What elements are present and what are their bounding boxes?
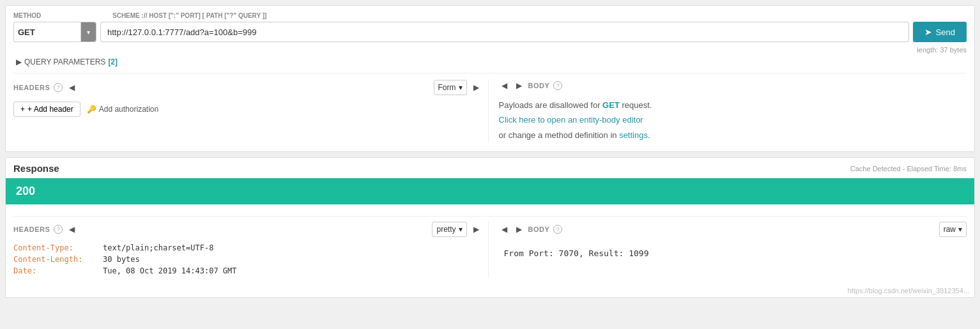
header-val-2: Tue, 08 Oct 2019 14:43:07 GMT	[103, 266, 237, 275]
body-msg-line3-post: .	[648, 130, 650, 140]
body-nav-right[interactable]: ▶	[514, 80, 524, 91]
scheme-label: SCHEME :// HOST [":" PORT] [ PATH ["?" Q…	[112, 12, 266, 19]
body-msg-get: GET	[602, 100, 620, 110]
request-headers-panel: HEADERS ? ◀ Form ▾ ▶ + + Add header 🔑	[13, 80, 489, 142]
headers-nav-arrows: ◀	[66, 82, 77, 93]
headers-nav-left[interactable]: ◀	[66, 82, 77, 93]
query-params-toggle[interactable]: ▶ QUERY PARAMETERS [2]	[16, 57, 118, 66]
method-label: METHOD	[13, 12, 112, 19]
status-bar: 200	[6, 178, 974, 204]
plus-icon: +	[20, 105, 25, 114]
response-panel: Response Cache Detected - Elapsed Time: …	[5, 157, 975, 298]
status-code: 200	[16, 185, 35, 197]
chevron-down-icon: ▾	[87, 29, 90, 36]
table-row: Content-Length: 30 bytes	[13, 255, 482, 264]
response-body-panel: ◀ ▶ BODY ? raw ▾ From Port: 7070, Result…	[489, 222, 967, 278]
settings-link[interactable]: settings	[619, 130, 648, 140]
pretty-chevron-icon: ▾	[459, 225, 463, 234]
url-row: GET POST PUT DELETE ▾ ➤ Send	[13, 22, 967, 42]
body-msg-pre: Payloads are disallowed for	[499, 100, 603, 110]
response-content: HEADERS ? ◀ pretty ▾ ▶ Content-Type: tex…	[6, 204, 974, 284]
add-header-button[interactable]: + + Add header	[13, 102, 80, 117]
add-header-label: + Add header	[27, 105, 73, 114]
query-params-row: ▶ QUERY PARAMETERS [2]	[16, 57, 967, 66]
headers-info-icon[interactable]: ?	[54, 83, 63, 92]
resp-body-title: BODY	[528, 226, 550, 233]
add-auth-button[interactable]: 🔑 Add authorization	[87, 105, 158, 114]
body-msg-post: request.	[620, 100, 652, 110]
send-button[interactable]: ➤ Send	[913, 22, 967, 42]
form-chevron-icon: ▾	[459, 83, 463, 92]
resp-headers-nav-left[interactable]: ◀	[66, 224, 77, 235]
pretty-label: pretty	[436, 225, 456, 234]
body-msg-line3-pre: or change a method definition in	[499, 130, 620, 140]
headers-section-header: HEADERS ? ◀ Form ▾ ▶	[13, 80, 482, 95]
resp-body-info-icon[interactable]: ?	[553, 225, 562, 234]
method-select[interactable]: GET POST PUT DELETE	[14, 22, 80, 42]
elapsed-text: Cache Detected - Elapsed Time: 8ms	[850, 165, 967, 172]
resp-headers-nav-right[interactable]: ▶	[471, 224, 482, 235]
response-two-panel: HEADERS ? ◀ pretty ▾ ▶ Content-Type: tex…	[13, 216, 967, 278]
headers-title: HEADERS	[13, 84, 50, 91]
label-row: METHOD SCHEME :// HOST [":" PORT] [ PATH…	[13, 12, 967, 19]
table-row: Date: Tue, 08 Oct 2019 14:43:07 GMT	[13, 266, 482, 275]
header-key-0: Content-Type:	[13, 243, 96, 252]
table-row: Content-Type: text/plain;charset=UTF-8	[13, 243, 482, 252]
resp-headers-title: HEADERS	[13, 226, 50, 233]
raw-dropdown[interactable]: raw ▾	[939, 222, 967, 237]
body-message: Payloads are disallowed for GET request.…	[499, 98, 967, 142]
resp-body-nav-left[interactable]: ◀	[499, 224, 510, 235]
request-panel: METHOD SCHEME :// HOST [":" PORT] [ PATH…	[5, 5, 975, 152]
response-header: Response Cache Detected - Elapsed Time: …	[6, 158, 974, 178]
headers-nav-right[interactable]: ▶	[471, 82, 482, 93]
resp-headers-nav-arrows: ◀	[66, 224, 77, 235]
length-info: length: 37 bytes	[13, 46, 967, 54]
header-key-2: Date:	[13, 266, 96, 275]
url-input[interactable]	[100, 22, 909, 42]
method-dropdown[interactable]: GET POST PUT DELETE ▾	[13, 22, 96, 42]
key-icon: 🔑	[87, 105, 96, 114]
body-editor-link[interactable]: Click here to open an entity-body editor	[499, 115, 643, 125]
resp-body-nav-right[interactable]: ▶	[514, 224, 524, 235]
response-body-content: From Port: 7070, Result: 1099	[499, 243, 967, 263]
header-val-1: 30 bytes	[103, 255, 140, 264]
request-two-panel: HEADERS ? ◀ Form ▾ ▶ + + Add header 🔑	[13, 73, 967, 142]
pretty-dropdown[interactable]: pretty ▾	[432, 222, 466, 237]
send-icon: ➤	[924, 27, 932, 37]
method-arrow-btn[interactable]: ▾	[80, 22, 96, 42]
response-title: Response	[13, 163, 59, 174]
headers-actions: + + Add header 🔑 Add authorization	[13, 102, 482, 117]
query-params-count: [2]	[108, 57, 118, 66]
resp-headers-info-icon[interactable]: ?	[54, 225, 63, 234]
form-label: Form	[438, 83, 456, 92]
resp-body-section-header: ◀ ▶ BODY ? raw ▾	[499, 222, 967, 237]
body-info-icon[interactable]: ?	[553, 81, 562, 90]
response-headers-table: Content-Type: text/plain;charset=UTF-8 C…	[13, 243, 482, 275]
body-section-header: ◀ ▶ BODY ?	[499, 80, 967, 91]
header-val-0: text/plain;charset=UTF-8	[103, 243, 213, 252]
form-dropdown[interactable]: Form ▾	[434, 80, 467, 95]
raw-chevron-icon: ▾	[958, 225, 962, 234]
response-headers-panel: HEADERS ? ◀ pretty ▾ ▶ Content-Type: tex…	[13, 222, 489, 278]
send-label: Send	[936, 27, 955, 37]
add-auth-label: Add authorization	[99, 105, 158, 114]
raw-label: raw	[944, 225, 956, 234]
arrow-right-icon: ▶	[16, 57, 22, 66]
request-body-panel: ◀ ▶ BODY ? Payloads are disallowed for G…	[489, 80, 967, 142]
body-nav-left[interactable]: ◀	[499, 80, 510, 91]
header-key-1: Content-Length:	[13, 255, 96, 264]
watermark: https://blog.csdn.net/weixin_3912354...	[6, 284, 974, 297]
resp-headers-section-header: HEADERS ? ◀ pretty ▾ ▶	[13, 222, 482, 237]
body-title: BODY	[528, 82, 550, 89]
query-params-label: QUERY PARAMETERS	[24, 57, 105, 66]
